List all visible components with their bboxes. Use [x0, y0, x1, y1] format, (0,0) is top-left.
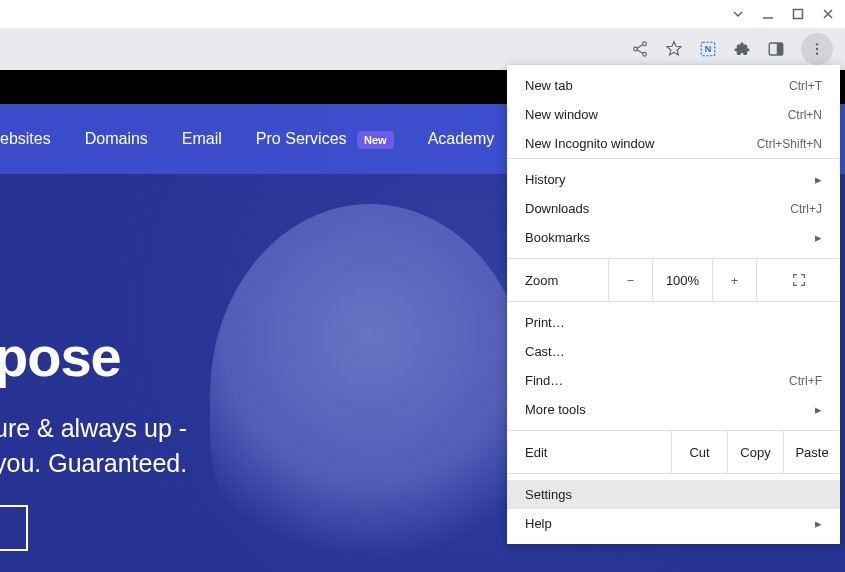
menu-shortcut: Ctrl+Shift+N — [757, 137, 822, 151]
svg-text:N: N — [705, 44, 712, 54]
menu-bookmarks[interactable]: Bookmarks ▸ — [507, 223, 840, 252]
submenu-arrow-icon: ▸ — [815, 230, 822, 245]
menu-help[interactable]: Help ▸ — [507, 509, 840, 538]
menu-label: New tab — [525, 78, 573, 93]
menu-label: Downloads — [525, 201, 589, 216]
submenu-arrow-icon: ▸ — [815, 402, 822, 417]
menu-new-window[interactable]: New window Ctrl+N — [507, 100, 840, 129]
menu-label: History — [525, 172, 565, 187]
svg-point-4 — [643, 52, 647, 56]
svg-rect-8 — [777, 43, 783, 55]
share-icon[interactable] — [631, 40, 649, 58]
svg-rect-1 — [794, 10, 803, 19]
menu-shortcut: Ctrl+N — [788, 108, 822, 122]
svg-point-9 — [816, 43, 818, 45]
menu-cast[interactable]: Cast… — [507, 337, 840, 366]
minimize-icon[interactable] — [761, 7, 775, 21]
menu-label: Help — [525, 516, 552, 531]
svg-point-3 — [634, 47, 638, 51]
menu-edit-row: Edit Cut Copy Paste — [507, 430, 840, 474]
zoom-in-button[interactable]: + — [713, 259, 757, 301]
window-titlebar — [0, 0, 845, 28]
menu-print[interactable]: Print… — [507, 308, 840, 337]
new-badge: New — [357, 131, 394, 149]
nav-item-label: Pro Services — [256, 130, 347, 147]
menu-label: New window — [525, 107, 598, 122]
menu-label: Print… — [525, 315, 565, 330]
nav-email[interactable]: Email — [182, 130, 222, 148]
menu-history[interactable]: History ▸ — [507, 165, 840, 194]
menu-more-tools[interactable]: More tools ▸ — [507, 395, 840, 424]
tab-dropdown-icon[interactable] — [731, 7, 745, 21]
zoom-label: Zoom — [507, 259, 609, 301]
vertical-dots-icon — [808, 40, 826, 58]
hero-cta-button[interactable] — [0, 505, 28, 551]
menu-label: New Incognito window — [525, 136, 654, 151]
extension-n-icon[interactable]: N — [699, 40, 717, 58]
bookmark-star-icon[interactable] — [665, 40, 683, 58]
zoom-value: 100% — [653, 259, 713, 301]
menu-label: Find… — [525, 373, 563, 388]
svg-point-11 — [816, 52, 818, 54]
menu-label: More tools — [525, 402, 586, 417]
menu-shortcut: Ctrl+J — [790, 202, 822, 216]
nav-domains[interactable]: Domains — [85, 130, 148, 148]
fullscreen-button[interactable] — [757, 259, 840, 301]
maximize-icon[interactable] — [791, 7, 805, 21]
extensions-puzzle-icon[interactable] — [733, 40, 751, 58]
cut-button[interactable]: Cut — [672, 431, 728, 473]
copy-button[interactable]: Copy — [728, 431, 784, 473]
menu-settings[interactable]: Settings — [507, 480, 840, 509]
menu-find[interactable]: Find… Ctrl+F — [507, 366, 840, 395]
svg-point-2 — [643, 42, 647, 46]
menu-shortcut: Ctrl+F — [789, 374, 822, 388]
menu-label: Settings — [525, 487, 572, 502]
menu-label: Cast… — [525, 344, 565, 359]
menu-new-incognito[interactable]: New Incognito window Ctrl+Shift+N — [507, 129, 840, 158]
close-icon[interactable] — [821, 7, 835, 21]
nav-websites[interactable]: ebsites — [0, 130, 51, 148]
menu-shortcut: Ctrl+T — [789, 79, 822, 93]
chrome-menu: New tab Ctrl+T New window Ctrl+N New Inc… — [507, 65, 840, 544]
svg-point-10 — [816, 48, 818, 50]
fullscreen-icon — [791, 272, 807, 288]
paste-button[interactable]: Paste — [784, 431, 840, 473]
edit-label: Edit — [507, 431, 672, 473]
zoom-out-button[interactable]: − — [609, 259, 653, 301]
menu-new-tab[interactable]: New tab Ctrl+T — [507, 71, 840, 100]
menu-downloads[interactable]: Downloads Ctrl+J — [507, 194, 840, 223]
menu-zoom-row: Zoom − 100% + — [507, 258, 840, 302]
sidepanel-icon[interactable] — [767, 40, 785, 58]
browser-toolbar: N — [0, 28, 845, 70]
submenu-arrow-icon: ▸ — [815, 516, 822, 531]
nav-pro-services[interactable]: Pro Services New — [256, 130, 394, 148]
submenu-arrow-icon: ▸ — [815, 172, 822, 187]
nav-academy[interactable]: Academy — [428, 130, 495, 148]
menu-label: Bookmarks — [525, 230, 590, 245]
chrome-menu-button[interactable] — [801, 33, 833, 65]
